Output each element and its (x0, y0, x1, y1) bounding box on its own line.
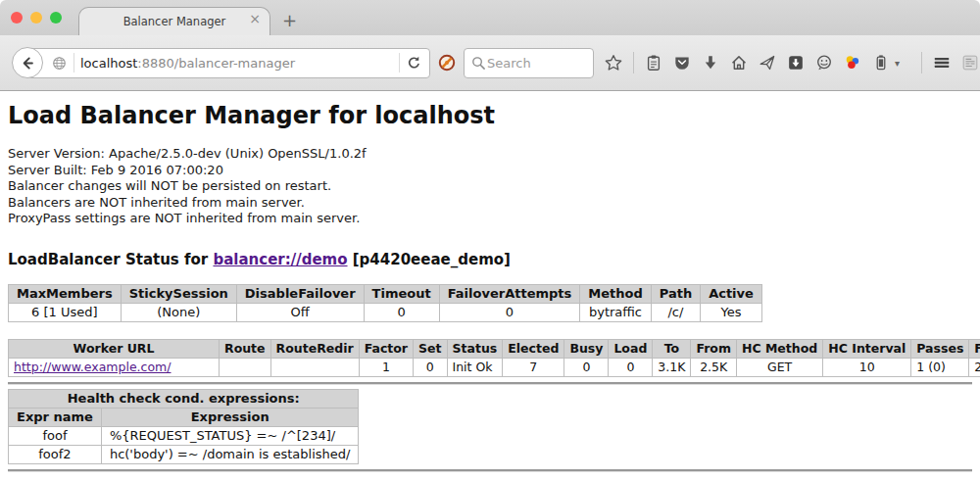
col-failoverattempts: FailoverAttempts (439, 284, 580, 303)
cell-expression: hc('body') =~ /domain is established/ (101, 445, 359, 463)
page-title: Load Balancer Manager for localhost (8, 102, 972, 129)
inherit-note-line: Balancers are NOT inherited from main se… (8, 195, 972, 212)
cell-disablefailover: Off (236, 303, 364, 321)
menu-icon[interactable] (933, 54, 951, 72)
close-window-button[interactable] (11, 12, 23, 24)
col-fails: Fails (969, 339, 980, 358)
reload-button[interactable] (406, 55, 429, 72)
col-hc-interval: HC Interval (823, 339, 911, 358)
cell-timeout: 0 (364, 303, 439, 321)
tab-balancer-manager[interactable]: Balancer Manager × (78, 7, 270, 35)
table-title-row: Health check cond. expressions: (9, 389, 359, 408)
tab-title: Balancer Manager (123, 15, 226, 28)
health-check-table: Health check cond. expressions: Expr nam… (8, 389, 359, 464)
cell-status: Init Ok (447, 358, 503, 376)
download-box-icon[interactable] (787, 54, 805, 72)
cell-path: /c/ (651, 303, 700, 321)
cell-from: 2.5K (691, 358, 737, 376)
balancer-status-heading: LoadBalancer Status for balancer://demo … (8, 251, 972, 268)
section-divider (8, 382, 972, 384)
urlbar-divider (74, 53, 74, 72)
cell-load: 0 (609, 358, 653, 376)
table-row: foof %{REQUEST_STATUS} =~ /^[234]/ (9, 426, 359, 445)
col-worker-url: Worker URL (9, 339, 220, 358)
toolbar-divider (633, 52, 634, 73)
clipboard-icon[interactable] (645, 54, 662, 72)
persist-note-line: Balancer changes will NOT be persisted o… (8, 178, 972, 195)
pocket-icon[interactable] (673, 54, 691, 72)
worker-status-table: Worker URL Route RouteRedir Factor Set S… (8, 339, 980, 377)
server-info: Server Version: Apache/2.5.0-dev (Unix) … (8, 146, 972, 227)
downloads-icon[interactable] (702, 54, 719, 72)
urlbar-divider2 (399, 53, 400, 72)
col-expr-name: Expr name (9, 408, 102, 426)
cell-active: Yes (701, 303, 762, 321)
table-row: http://www.example.com/ 1 0 Init Ok 7 0 … (9, 358, 980, 376)
cell-worker-url: http://www.example.com/ (9, 358, 220, 376)
cell-factor: 1 (359, 358, 413, 376)
col-from: From (691, 339, 737, 358)
navigation-toolbar: localhost:8880/balancer-manager (0, 35, 980, 91)
cell-set: 0 (414, 358, 447, 376)
toolbar-buttons: ▾ (605, 52, 979, 73)
tab-bar: Balancer Manager × + (0, 0, 980, 35)
cell-hc-interval: 10 (823, 358, 911, 376)
minimize-window-button[interactable] (30, 12, 42, 24)
reload-icon (406, 55, 422, 72)
health-table-title: Health check cond. expressions: (9, 389, 359, 408)
browser-window: Balancer Manager × + localhost:8880/bala… (0, 0, 980, 481)
url-text[interactable]: localhost:8880/balancer-manager (80, 56, 393, 71)
home-icon[interactable] (730, 54, 748, 72)
cell-fails: 2 (0) (969, 358, 980, 376)
url-path: :8880/balancer-manager (137, 56, 295, 71)
cell-method: bytraffic (580, 303, 651, 321)
col-status: Status (447, 339, 503, 358)
toolbar-divider2 (921, 52, 922, 73)
url-domain: localhost (80, 56, 137, 71)
battery-icon[interactable] (872, 54, 890, 72)
url-bar[interactable]: localhost:8880/balancer-manager (26, 48, 430, 78)
bookmark-star-icon[interactable] (605, 54, 622, 72)
table-row: foof2 hc('body') =~ /domain is establish… (9, 445, 359, 463)
cell-routeredir (270, 358, 359, 376)
back-button[interactable] (12, 47, 43, 78)
col-stickysession: StickySession (121, 284, 236, 303)
grid-page-icon[interactable] (961, 54, 979, 72)
proxypass-note-line: ProxyPass settings are NOT inherited fro… (8, 211, 972, 227)
balancer-settings-table: MaxMembers StickySession DisableFailover… (8, 284, 762, 322)
table-header-row: MaxMembers StickySession DisableFailover… (9, 284, 762, 303)
cell-elected: 7 (503, 358, 564, 376)
cell-expr-name: foof (9, 426, 102, 445)
search-bar[interactable] (464, 48, 594, 78)
blocked-plugin-button[interactable] (438, 54, 456, 72)
search-input[interactable] (487, 56, 575, 71)
smiley-icon[interactable] (815, 54, 833, 72)
cell-hc-method: GET (736, 358, 822, 376)
cell-stickysession: (None) (121, 303, 236, 321)
col-set: Set (414, 339, 447, 358)
zoom-window-button[interactable] (50, 12, 62, 24)
send-icon[interactable] (759, 54, 776, 72)
col-to: To (653, 339, 691, 358)
cell-expr-name: foof2 (9, 445, 102, 463)
balancer-demo-link[interactable]: balancer://demo (213, 251, 347, 268)
color-dots-icon[interactable] (844, 54, 861, 72)
col-busy: Busy (564, 339, 609, 358)
col-path: Path (651, 284, 700, 303)
cell-expression: %{REQUEST_STATUS} =~ /^[234]/ (101, 426, 359, 445)
tab-close-icon[interactable]: × (249, 12, 261, 25)
worker-url-link[interactable]: http://www.example.com/ (14, 360, 171, 374)
new-tab-button[interactable]: + (282, 8, 297, 33)
cell-busy: 0 (564, 358, 609, 376)
bottom-divider (8, 469, 972, 471)
cell-failoverattempts: 0 (439, 303, 580, 321)
col-disablefailover: DisableFailover (236, 284, 364, 303)
col-expression: Expression (101, 408, 359, 426)
server-built-line: Server Built: Feb 9 2016 07:00:20 (8, 163, 972, 179)
cell-maxmembers: 6 [1 Used] (9, 303, 122, 321)
status-heading-suffix: [p4420eeae_demo] (348, 251, 511, 268)
table-row: 6 [1 Used] (None) Off 0 0 bytraffic /c/ … (9, 303, 762, 321)
cell-route (220, 358, 271, 376)
chevron-down-icon[interactable]: ▾ (895, 58, 900, 69)
col-load: Load (609, 339, 653, 358)
